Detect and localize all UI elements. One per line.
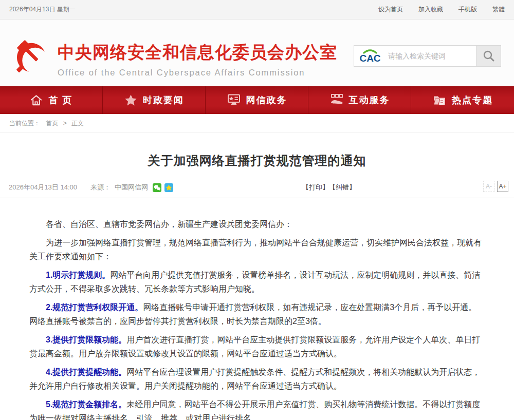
paragraph: 3.提供打赏限额功能。用户首次进行直播打赏，网站平台应主动提供打赏限额设置服务，… xyxy=(29,333,485,360)
search-box: CAC xyxy=(354,45,501,67)
wechat-share-icon[interactable] xyxy=(153,183,161,192)
topbar-links: 设为首页 加入收藏 手机版 繁體 xyxy=(378,5,505,14)
brand-text: 中央网络安全和信息化委员会办公室 Office of the Central C… xyxy=(58,37,337,78)
nav-item-label: 时政要闻 xyxy=(143,94,184,106)
breadcrumb-separator: > xyxy=(63,120,67,127)
paragraph-text: 各省、自治区、直辖市党委网信办，新疆生产建设兵团党委网信办： xyxy=(46,220,292,228)
page: 2026年04月13日 星期一 设为首页 加入收藏 手机版 繁體 中央 xyxy=(0,0,514,420)
font-smaller-button[interactable]: A- xyxy=(483,181,494,192)
article-meta: 2026年04月13日 14:00 来源： 中国网信网 xyxy=(0,182,514,193)
site-subtitle: Office of the Central Cyberspace Affairs… xyxy=(58,68,337,78)
main-nav: 首 页 时政要闻 网信政务 互动服务 xyxy=(0,86,514,114)
paragraph: 1.明示打赏规则。网站平台向用户提供充值打赏服务，设置榜单排名，设计互动玩法，应… xyxy=(29,268,485,296)
site-brand[interactable]: 中央网络安全和信息化委员会办公室 Office of the Central C… xyxy=(13,37,337,78)
nav-item-label: 互动服务 xyxy=(349,94,390,106)
article: 关于加强网络直播打赏规范管理的通知 2026年04月13日 14:00 来源： … xyxy=(0,152,514,420)
paragraph: 2.规范打赏营利权限开通。网络直播账号申请开通打赏营利权限，如有违规记录，应在处… xyxy=(29,300,485,328)
service-hand-icon xyxy=(329,93,344,107)
nav-item-label: 网信政务 xyxy=(246,94,287,106)
nav-item-label: 热点专题 xyxy=(452,94,493,106)
star-icon xyxy=(124,93,138,107)
nav-item-interactive-services[interactable]: 互动服务 xyxy=(308,86,411,114)
paragraph: 为进一步加强网络直播打赏管理，规范网络直播营利行为，推动网站平台合规健康运营，切… xyxy=(29,236,485,263)
paragraph-lead: 2.规范打赏营利权限开通。 xyxy=(46,303,143,312)
search-button[interactable] xyxy=(476,46,501,66)
link-mobile-version[interactable]: 手机版 xyxy=(458,5,477,14)
article-meta-left: 2026年04月13日 14:00 来源： 中国网信网 xyxy=(9,182,173,193)
monitor-icon xyxy=(227,93,241,107)
topbar-date: 2026年04月13日 星期一 xyxy=(9,5,76,14)
article-source: 中国网信网 xyxy=(115,183,148,192)
site-header: 中央网络安全和信息化委员会办公室 Office of the Central C… xyxy=(0,20,514,86)
nav-item-label: 首 页 xyxy=(48,94,72,106)
article-body: 各省、自治区、直辖市党委网信办，新疆生产建设兵团党委网信办： 为进一步加强网络直… xyxy=(0,217,514,420)
nav-item-cyberspace-affairs[interactable]: 网信政务 xyxy=(206,86,308,114)
paragraph-lead: 3.提供打赏限额功能。 xyxy=(46,335,126,344)
qzone-share-icon[interactable] xyxy=(164,183,173,192)
font-larger-button[interactable]: A+ xyxy=(497,181,508,192)
article-date: 2026年04月13日 14:00 xyxy=(9,183,77,192)
paragraph-text: 为进一步加强网络直播打赏管理，规范网络直播营利行为，推动网站平台合规健康运营，切… xyxy=(29,238,482,261)
folder-icon xyxy=(432,93,447,107)
home-icon xyxy=(29,93,43,107)
paragraph: 4.提供打赏提醒功能。网站平台应合理设置用户打赏提醒触发条件、提醒方式和提醒频次… xyxy=(29,365,485,393)
font-size-controls: A- A+ xyxy=(483,181,508,192)
breadcrumb-current: 正文 xyxy=(71,120,84,127)
cac-logo-text: CAC xyxy=(359,53,380,64)
nav-item-politics-news[interactable]: 时政要闻 xyxy=(103,86,206,114)
article-source-label: 来源： xyxy=(90,183,111,192)
breadcrumb-label: 当前位置： xyxy=(9,120,40,127)
topbar: 2026年04月13日 星期一 设为首页 加入收藏 手机版 繁體 xyxy=(0,0,514,20)
paragraph: 5.规范打赏金额排名。未经用户同意，网站平台不得公开展示用户充值打赏、购买礼物等… xyxy=(29,397,485,420)
search-icon xyxy=(482,49,495,63)
nav-item-hot-topics[interactable]: 热点专题 xyxy=(411,86,514,114)
paragraph: 各省、自治区、直辖市党委网信办，新疆生产建设兵团党委网信办： xyxy=(29,217,485,231)
party-emblem-icon xyxy=(13,37,52,75)
paragraph-lead: 1.明示打赏规则。 xyxy=(46,271,110,279)
search-input[interactable] xyxy=(386,52,476,60)
meta-divider xyxy=(0,198,514,198)
article-title: 关于加强网络直播打赏规范管理的通知 xyxy=(0,152,514,169)
paragraph-lead: 4.提供打赏提醒功能。 xyxy=(46,368,126,376)
link-traditional-chinese[interactable]: 繁體 xyxy=(492,5,505,14)
print-button[interactable]: 【打印】 xyxy=(302,183,329,192)
site-title: 中央网络安全和信息化委员会办公室 xyxy=(58,41,337,64)
link-add-favorite[interactable]: 加入收藏 xyxy=(418,5,443,14)
paragraph-lead: 5.规范打赏金额排名。 xyxy=(46,400,126,409)
error-report-button[interactable]: 【纠错】 xyxy=(329,183,356,192)
cac-logo: CAC xyxy=(354,47,386,65)
article-actions: 【打印】 【纠错】 xyxy=(302,183,356,192)
nav-item-home[interactable]: 首 页 xyxy=(0,86,103,114)
breadcrumb: 当前位置： 首页 > 正文 xyxy=(0,114,514,133)
breadcrumb-home-link[interactable]: 首页 xyxy=(46,120,58,127)
link-set-homepage[interactable]: 设为首页 xyxy=(378,5,403,14)
